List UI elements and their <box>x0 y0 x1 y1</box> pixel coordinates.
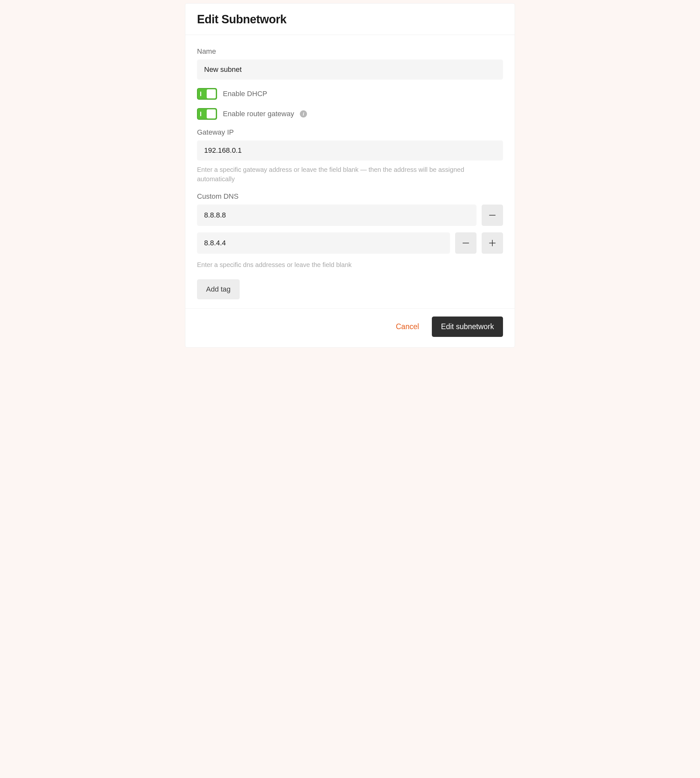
enable-router-gateway-label: Enable router gateway <box>223 110 294 118</box>
dns-input[interactable] <box>197 232 450 254</box>
minus-icon <box>488 211 496 219</box>
gateway-ip-help: Enter a specific gateway address or leav… <box>197 165 503 184</box>
gateway-ip-input[interactable] <box>197 140 503 160</box>
gateway-ip-group: Gateway IP Enter a specific gateway addr… <box>197 128 503 184</box>
enable-dhcp-toggle[interactable] <box>197 88 217 100</box>
dns-input[interactable] <box>197 205 477 226</box>
toggle-knob <box>207 89 216 99</box>
edit-subnetwork-button[interactable]: Edit subnetwork <box>432 317 503 337</box>
dialog-body: Name Enable DHCP Enable router gateway i… <box>185 35 515 309</box>
enable-dhcp-row: Enable DHCP <box>197 88 503 100</box>
plus-icon <box>488 239 496 247</box>
enable-dhcp-label: Enable DHCP <box>223 90 267 98</box>
toggle-on-icon <box>200 112 201 116</box>
enable-router-gateway-row: Enable router gateway i <box>197 108 503 120</box>
dns-row <box>197 205 503 226</box>
dns-add-button[interactable] <box>482 232 503 254</box>
toggle-on-icon <box>200 92 201 96</box>
name-input[interactable] <box>197 60 503 80</box>
dns-remove-button[interactable] <box>455 232 477 254</box>
edit-subnetwork-dialog: Edit Subnetwork Name Enable DHCP Enable … <box>185 3 515 347</box>
dialog-header: Edit Subnetwork <box>185 3 515 35</box>
dns-remove-button[interactable] <box>482 205 503 226</box>
custom-dns-help: Enter a specific dns addresses or leave … <box>197 260 503 270</box>
enable-router-gateway-toggle[interactable] <box>197 108 217 120</box>
toggle-knob <box>207 109 216 119</box>
dialog-title: Edit Subnetwork <box>197 13 503 26</box>
name-group: Name <box>197 47 503 80</box>
cancel-button[interactable]: Cancel <box>396 322 419 331</box>
dns-row <box>197 232 503 254</box>
custom-dns-label: Custom DNS <box>197 192 503 200</box>
name-label: Name <box>197 47 503 56</box>
add-tag-button[interactable]: Add tag <box>197 279 240 299</box>
minus-icon <box>462 239 470 247</box>
gateway-ip-label: Gateway IP <box>197 128 503 137</box>
dialog-footer: Cancel Edit subnetwork <box>185 309 515 347</box>
custom-dns-group: Custom DNS Enter a specific dns addresse… <box>197 192 503 270</box>
info-icon[interactable]: i <box>300 110 307 117</box>
